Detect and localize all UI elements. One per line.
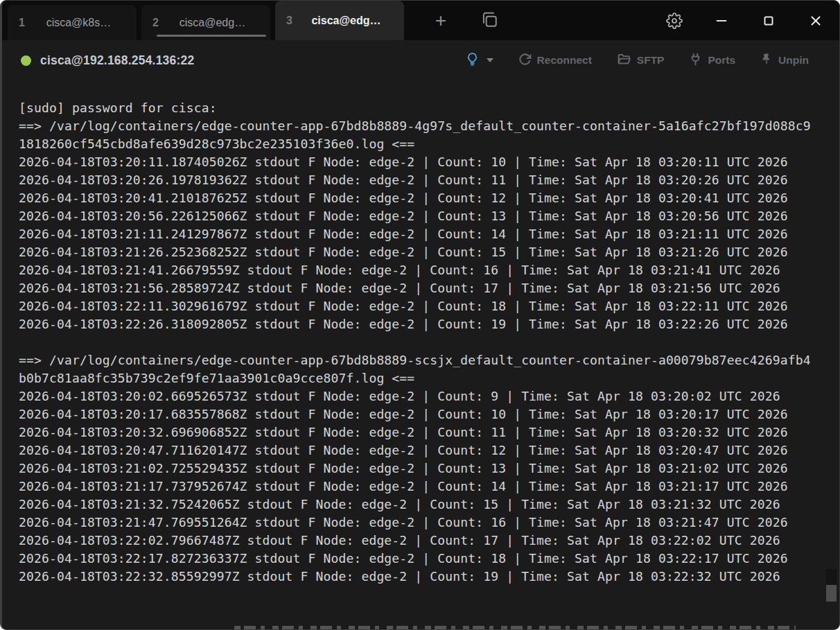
terminal-line: 2026-04-18T03:20:26.197819362Z stdout F … [19,171,839,189]
maximize-button[interactable] [745,1,792,40]
reconnect-button[interactable]: Reconnect [518,53,592,69]
ports-button[interactable]: Ports [689,53,735,69]
unpin-label: Unpin [778,54,809,67]
minimize-button[interactable] [698,1,745,40]
terminal-line: [sudo] password for cisca: [19,99,839,117]
settings-button[interactable] [651,1,698,40]
terminal-line: ==> /var/log/containers/edge-counter-app… [19,117,839,135]
titlebar-spacer [507,1,651,40]
folder-icon [617,52,631,69]
terminal-line: 2026-04-18T03:22:32.85592997Z stdout F N… [19,568,839,586]
tab-number: 2 [152,17,159,29]
scrollbar-track[interactable] [826,569,837,585]
terminal-line: 2026-04-18T03:20:41.210187625Z stdout F … [19,189,839,207]
terminal-line: 2026-04-18T03:20:47.711620147Z stdout F … [19,441,839,460]
terminal-line: 1818260cf545cbd8afe639d28c973bc2e235103f… [19,135,839,153]
session-toolbar: cisca@192.168.254.136:22 [2,40,839,80]
terminal-line: 2026-04-18T03:21:32.75242065Z stdout F N… [19,496,839,514]
plug-icon [689,53,702,69]
tab-title: cisca@edg… [299,15,393,27]
tab-title: cisca@k8s… [32,17,125,29]
chevron-down-icon [487,58,493,62]
maximize-icon [761,13,776,28]
terminal-line: 2026-04-18T03:22:11.302961679Z stdout F … [19,297,839,315]
ports-label: Ports [708,54,735,67]
terminal-line: 2026-04-18T03:20:17.683557868Z stdout F … [19,405,839,423]
close-icon [808,13,823,28]
tab-strip: 1 cisca@k8s… 2 cisca@edg… 3 cisca@edg… [8,1,409,40]
terminal-line: b0b7c81aa8fc35b739c2ef9fe71aa3901c0a9cce… [19,369,839,387]
pushpin-icon [760,53,773,68]
scrollbar-thumb[interactable] [826,585,837,602]
terminal-line: 2026-04-18T03:20:11.187405026Z stdout F … [19,153,839,171]
session-tab[interactable]: 3 cisca@edg… [275,1,404,40]
close-button[interactable] [792,1,839,40]
terminal-line: 2026-04-18T03:21:56.28589724Z stdout F N… [19,279,839,297]
session-actions: Reconnect SFTP [465,52,809,69]
hints-dropdown-button[interactable] [465,52,493,69]
terminal-line [19,333,839,351]
gear-icon [666,12,683,29]
clipped-text-sliver [234,626,796,629]
session-tab[interactable]: 1 cisca@k8s… [8,5,137,40]
terminal-line: 2026-04-18T03:21:11.241297867Z stdout F … [19,225,839,243]
unpin-button[interactable]: Unpin [760,53,809,68]
terminal-line: 2026-04-18T03:21:41.26679559Z stdout F N… [19,261,839,279]
terminal-line: ==> /var/log/containers/edge-counter-app… [19,351,839,369]
connection-status-dot [21,55,31,66]
session-tab[interactable]: 2 cisca@edg… [141,5,270,40]
new-tab-button[interactable]: + [423,1,459,40]
terminal-line: 2026-04-18T03:21:17.737952674Z stdout F … [19,478,839,496]
minimize-icon [714,13,729,28]
session-host-title: cisca@192.168.254.136:22 [40,53,194,68]
sftp-label: SFTP [637,54,665,67]
terminal-line: 2026-04-18T03:20:02.669526573Z stdout F … [19,387,839,405]
overlapping-windows-icon [480,10,498,31]
terminal-output[interactable]: [sudo] password for cisca: ==> /var/log/… [2,80,839,629]
terminal-line: 2026-04-18T03:21:26.252368252Z stdout F … [19,243,839,261]
tab-title: cisca@edg… [166,17,259,29]
terminal-line: 2026-04-18T03:22:17.827236337Z stdout F … [19,550,839,568]
terminal-line: 2026-04-18T03:22:26.318092805Z stdout F … [19,315,839,333]
reconnect-label: Reconnect [537,54,592,67]
terminal-line: 2026-04-18T03:20:56.226125066Z stdout F … [19,207,839,225]
terminal-line: 2026-04-18T03:21:02.725529435Z stdout F … [19,460,839,478]
tab-layout-button[interactable] [471,1,507,40]
terminal-line: 2026-04-18T03:20:32.696906852Z stdout F … [19,423,839,441]
terminal-app-window: 1 cisca@k8s… 2 cisca@edg… 3 cisca@edg… + [0,0,840,630]
terminal-line: 2026-04-18T03:22:02.79667487Z stdout F N… [19,532,839,550]
tab-bar: 1 cisca@k8s… 2 cisca@edg… 3 cisca@edg… + [2,1,839,40]
tab-number: 1 [19,17,25,29]
sftp-button[interactable]: SFTP [617,52,665,69]
terminal-line: 2026-04-18T03:21:47.769551264Z stdout F … [19,514,839,532]
tab-number: 3 [286,15,292,27]
reconnect-arrow-icon [518,53,532,69]
plus-icon: + [435,10,446,32]
lightbulb-icon [465,52,480,69]
